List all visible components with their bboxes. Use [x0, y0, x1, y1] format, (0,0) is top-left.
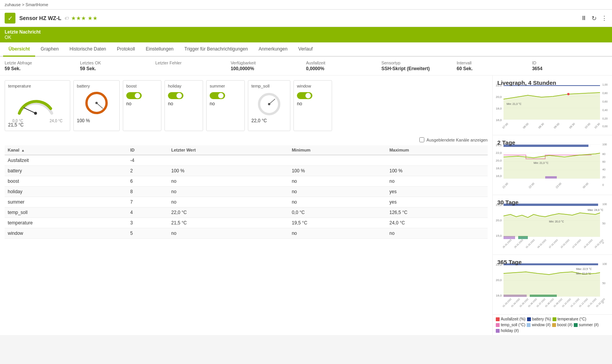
stat-label: Verfügbarkeit [231, 61, 306, 65]
stat-value: 3654 [532, 66, 607, 71]
tab-protokoll[interactable]: Protokoll [112, 42, 141, 57]
svg-text:18,0: 18,0 [496, 167, 502, 170]
stat-label: ID [532, 61, 607, 65]
svg-text:Min: 21,0 °C: Min: 21,0 °C [534, 162, 549, 164]
cell-kanal: boost [5, 176, 127, 187]
2tage-chart: 2 Tage 24,0 22,0 20,0 18,0 16,0 100 80 6… [493, 135, 612, 195]
stat-label: Letzter Fehler [155, 61, 231, 65]
col-id[interactable]: ID [127, 145, 168, 155]
cell-maximum: no [386, 176, 488, 187]
hidden-channels-label: Ausgeblendete Kanäle anzeigen [427, 138, 488, 142]
stat-label: Letzte Abfrage [5, 61, 80, 65]
svg-text:10.02.2023: 10.02.2023 [560, 239, 570, 249]
livegraph-chart: Livegraph, 4 Stunden 22,0 20,0 18,0 16,0… [493, 76, 612, 135]
svg-line-0 [24, 108, 36, 113]
legend-dot [496, 329, 500, 333]
battery-value: 100 % [77, 118, 116, 123]
col-minimum[interactable]: Minimum [289, 145, 387, 155]
svg-text:0: 0 [602, 184, 604, 186]
cell-id: 8 [127, 187, 168, 197]
stat-letzter-fehler: Letzter Fehler [155, 61, 231, 71]
svg-line-4 [97, 103, 103, 108]
last-message-value: OK [5, 35, 607, 40]
svg-text:16,0: 16,0 [496, 174, 502, 178]
more-button[interactable]: ⋮ [601, 15, 607, 22]
tab-historische[interactable]: Historische Daten [64, 42, 112, 57]
temp-soll-widget-title: temp_soll [251, 84, 287, 88]
summer-widget-title: summer [210, 84, 241, 88]
table-row: temp_soll422,0 °C0,0 °C126,5 °C [5, 207, 488, 218]
stat-intervall: Intervall60 Sek. [457, 61, 532, 71]
holiday-value: no [168, 101, 200, 106]
last-message-bar: Letzte Nachricht OK [0, 27, 612, 42]
svg-text:21:00: 21:00 [502, 182, 509, 189]
stat-ausfallzeit: Ausfallzeit0,0000% [306, 61, 381, 71]
col-kanal[interactable]: Kanal ▲ [5, 145, 127, 155]
temp-soll-gauge-container [251, 91, 287, 116]
svg-point-24 [567, 93, 570, 95]
holiday-toggle[interactable] [168, 92, 183, 99]
cell-minimum: no [289, 197, 387, 207]
legend-dot [496, 317, 500, 321]
legend-label: battery (%) [532, 317, 551, 321]
stat-value: 59 Sek. [80, 66, 155, 71]
tab-anmerkungen[interactable]: Anmerkungen [253, 42, 293, 57]
cell-minimum: 19,5 °C [289, 218, 387, 228]
temp-soll-value: 22,0 °C [251, 118, 287, 123]
legend-item: battery (%) [527, 317, 551, 321]
window-toggle[interactable] [297, 92, 312, 99]
30tage-svg: 25,0 20,0 15,0 100 50 0 Max: 24,0 °C [495, 197, 611, 251]
cell-maximum: yes [386, 187, 488, 197]
temperature-gauge-svg [12, 90, 59, 117]
data-table: Kanal ▲ ID Letzter Wert Minimum Maximum … [5, 145, 488, 239]
temperature-gauge-labels: 0,0 °C 24,0 °C [12, 119, 63, 123]
stat-value: SSH-Skript (Erweitert) [381, 66, 457, 71]
cell-kanal: Ausfallzeit [5, 155, 127, 166]
tab-einstellungen[interactable]: Einstellungen [140, 42, 179, 57]
summer-widget: summer no [206, 80, 245, 131]
svg-text:Max: 22,5 °C: Max: 22,5 °C [576, 268, 592, 270]
svg-text:100: 100 [602, 263, 607, 265]
refresh-button[interactable]: ↻ [592, 15, 597, 22]
boost-toggle-knob [135, 93, 140, 98]
cell-letzter_wert: no [168, 228, 289, 239]
hidden-channels-checkbox[interactable] [419, 137, 424, 142]
svg-text:Max: 24,0 °C: Max: 24,0 °C [588, 209, 604, 211]
svg-point-5 [95, 102, 98, 104]
window-widget-title: window [297, 84, 329, 88]
col-maximum[interactable]: Maximum [386, 145, 488, 155]
charts-panel: Livegraph, 4 Stunden 22,0 20,0 18,0 16,0… [492, 76, 612, 335]
tab-verlauf[interactable]: Verlauf [293, 42, 318, 57]
tabs-bar: ÜbersichtGraphenHistorische DatenProtoko… [0, 42, 612, 57]
window-widget: window no [293, 80, 332, 131]
tab-trigger[interactable]: Trigger für Benachrichtigungen [179, 42, 253, 57]
boost-widget-title: boost [126, 84, 158, 88]
temperature-value: 21,5 °C [8, 122, 67, 128]
svg-text:00:00: 00:00 [582, 182, 589, 189]
svg-text:16,0: 16,0 [496, 118, 502, 122]
svg-text:Min: 21,0 °C: Min: 21,0 °C [507, 103, 522, 105]
cell-letzter_wert: 21,5 °C [168, 218, 289, 228]
table-row: boost6nonono [5, 176, 488, 187]
summer-toggle[interactable] [210, 92, 225, 99]
svg-text:60: 60 [602, 160, 605, 163]
stat-value: 0,0000% [306, 66, 381, 71]
boost-toggle[interactable] [126, 92, 142, 99]
svg-point-8 [268, 103, 270, 105]
tab-ubersicht[interactable]: Übersicht [3, 42, 35, 57]
legend-item: temp_soll (°C) [496, 323, 525, 327]
summer-toggle-knob [218, 93, 224, 98]
stat-id: ID3654 [532, 61, 607, 71]
boost-widget: boost no [123, 80, 161, 131]
col-letzter-wert[interactable]: Letzter Wert [168, 145, 289, 155]
pause-button[interactable]: ⏸ [581, 15, 587, 22]
stars-empty: ★★ [88, 15, 98, 21]
temperature-widget: temperature 0,0 °C 24,0 °C [5, 80, 70, 131]
tab-graphen[interactable]: Graphen [35, 42, 64, 57]
cell-id: 4 [127, 207, 168, 218]
stat-value: 60 Sek. [457, 66, 532, 71]
svg-text:0,60: 0,60 [602, 100, 608, 103]
sensor-title: Sensor HZ WZ-L [19, 15, 61, 21]
legend-dot [552, 323, 556, 327]
svg-text:10:30: 10:30 [594, 122, 600, 129]
